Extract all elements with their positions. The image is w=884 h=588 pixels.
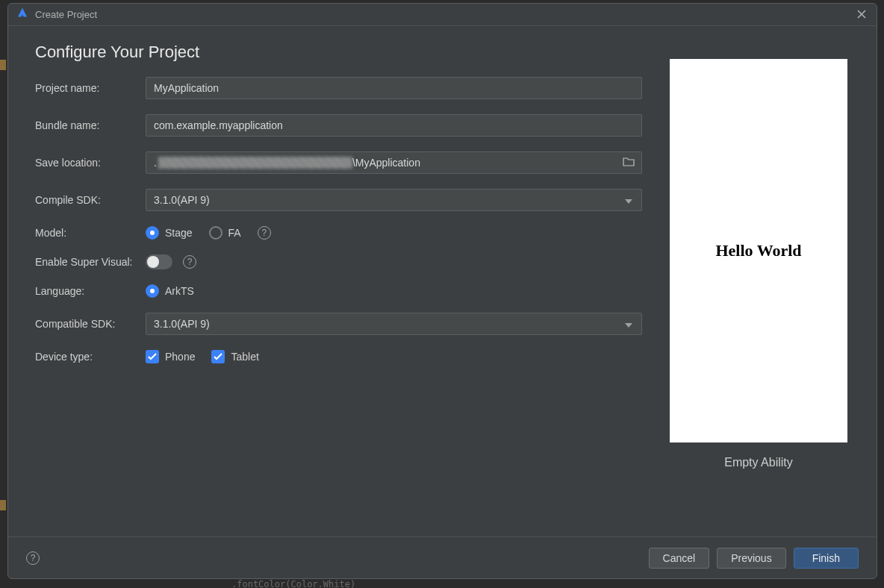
project-name-input[interactable] — [146, 77, 642, 99]
bundle-name-input[interactable] — [146, 114, 642, 137]
compatible-sdk-label: Compatible SDK: — [35, 318, 146, 330]
titlebar: Create Project — [8, 4, 877, 26]
project-name-label: Project name: — [35, 82, 146, 94]
redacted-path — [158, 157, 352, 169]
language-radio-arkts-label: ArkTS — [165, 285, 194, 297]
finish-button[interactable]: Finish — [794, 548, 859, 569]
super-visual-toggle[interactable] — [146, 254, 172, 269]
window-title: Create Project — [35, 9, 97, 20]
folder-browse-icon[interactable] — [623, 156, 635, 169]
device-tablet-label: Tablet — [231, 351, 258, 363]
super-visual-help-icon[interactable]: ? — [183, 255, 196, 269]
compatible-sdk-value: 3.1.0(API 9) — [154, 318, 210, 330]
app-logo-icon — [16, 7, 29, 22]
preview-caption: Empty Ability — [724, 456, 793, 469]
compile-sdk-value: 3.1.0(API 9) — [154, 194, 210, 206]
footer: ? Cancel Previous Finish — [8, 537, 877, 578]
save-location-suffix: \MyApplication — [352, 157, 420, 169]
device-type-label: Device type: — [35, 351, 146, 363]
chevron-down-icon — [625, 318, 632, 330]
save-location-input[interactable]: . \MyApplication — [146, 151, 642, 174]
language-radio-arkts[interactable]: ArkTS — [146, 284, 194, 298]
content-area: Configure Your Project Project name: Bun… — [8, 26, 877, 537]
model-radio-fa-label: FA — [228, 227, 241, 239]
preview-text: Hello World — [715, 241, 801, 260]
background-code-snippet: .fontColor(Color.White) — [0, 579, 884, 588]
form-column: Configure Your Project Project name: Bun… — [35, 43, 663, 537]
model-help-icon[interactable]: ? — [258, 226, 271, 240]
compile-sdk-select[interactable]: 3.1.0(API 9) — [146, 189, 642, 211]
check-icon — [211, 350, 225, 363]
model-label: Model: — [35, 227, 146, 239]
cancel-button[interactable]: Cancel — [649, 548, 710, 569]
preview-card: Hello World — [670, 59, 847, 442]
compile-sdk-label: Compile SDK: — [35, 194, 146, 206]
check-icon — [146, 350, 159, 363]
bg-marker — [0, 500, 6, 510]
device-checkbox-tablet[interactable]: Tablet — [211, 350, 258, 363]
device-checkbox-phone[interactable]: Phone — [146, 350, 195, 363]
footer-help-icon[interactable]: ? — [26, 551, 40, 565]
previous-button[interactable]: Previous — [717, 548, 785, 569]
model-radio-stage-label: Stage — [165, 227, 193, 239]
close-icon[interactable] — [854, 5, 869, 24]
model-radio-fa[interactable]: FA — [209, 226, 241, 240]
save-location-label: Save location: — [35, 157, 146, 169]
device-phone-label: Phone — [165, 351, 195, 363]
chevron-down-icon — [625, 194, 632, 206]
page-title: Configure Your Project — [35, 43, 642, 62]
language-label: Language: — [35, 285, 146, 297]
model-radio-stage[interactable]: Stage — [146, 226, 193, 240]
compatible-sdk-select[interactable]: 3.1.0(API 9) — [146, 313, 642, 335]
super-visual-label: Enable Super Visual: — [35, 256, 146, 268]
bg-marker — [0, 60, 6, 70]
create-project-dialog: Create Project Configure Your Project Pr… — [7, 3, 877, 579]
preview-column: Hello World Empty Ability — [663, 43, 854, 537]
bundle-name-label: Bundle name: — [35, 119, 146, 131]
